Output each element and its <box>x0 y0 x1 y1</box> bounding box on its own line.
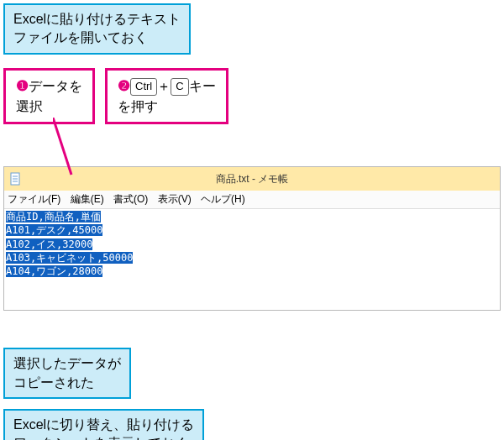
notepad-window: 商品.txt - メモ帳 ファイル(F) 編集(E) 書式(O) 表示(V) ヘ… <box>3 166 501 311</box>
plus-sign: ＋ <box>157 79 171 93</box>
step1-text1: データを <box>29 79 82 93</box>
callout-open-textfile: Excelに貼り付けるテキスト ファイルを開いておく <box>3 3 191 55</box>
selected-line: A104,ワゴン,28000 <box>6 265 102 277</box>
callout-data-copied: 選択したデータが コピーされた <box>3 348 131 399</box>
step1-callout: ❶データを 選択 <box>3 68 95 125</box>
menubar: ファイル(F) 編集(E) 書式(O) 表示(V) ヘルプ(H) <box>4 191 500 209</box>
selected-line: A101,デスク,45000 <box>6 224 102 236</box>
selected-line: 商品ID,商品名,単価 <box>6 211 101 223</box>
selected-line: A103,キャビネット,50000 <box>6 252 133 264</box>
callout-line2: ファイルを開いておく <box>13 30 148 45</box>
callout-bottom-line2: ワークシートを表示しておく <box>13 436 188 440</box>
menu-help[interactable]: ヘルプ(H) <box>201 192 245 207</box>
selected-line: A102,イス,32000 <box>6 238 92 250</box>
step1-number: ❶ <box>16 78 29 94</box>
step2-line2: を押す <box>118 99 158 113</box>
menu-format[interactable]: 書式(O) <box>113 192 148 207</box>
callout-switch-excel: Excelに切り替え、貼り付ける ワークシートを表示しておく <box>3 409 204 440</box>
svg-line-0 <box>53 118 71 175</box>
step2-callout: ❷Ctrl＋Cキー を押す <box>105 68 228 125</box>
menu-view[interactable]: 表示(V) <box>158 192 192 207</box>
step2-rest1: キー <box>189 79 216 93</box>
menu-edit[interactable]: 編集(E) <box>71 192 104 207</box>
callout-mid-line2: コピーされた <box>13 375 94 390</box>
c-key: C <box>171 78 188 95</box>
ctrl-key: Ctrl <box>130 78 157 95</box>
step2-number: ❷ <box>118 78 130 94</box>
callout-bottom-line1: Excelに切り替え、貼り付ける <box>13 417 194 432</box>
step1-text2: 選択 <box>16 99 43 113</box>
menu-file[interactable]: ファイル(F) <box>8 192 60 207</box>
pointer-line-icon <box>53 118 103 185</box>
text-editor-area[interactable]: 商品ID,商品名,単価 A101,デスク,45000 A102,イス,32000… <box>4 209 500 310</box>
callout-line1: Excelに貼り付けるテキスト <box>13 12 181 26</box>
callout-mid-line1: 選択したデータが <box>13 356 121 370</box>
step-callouts-row: ❶データを 選択 ❷Ctrl＋Cキー を押す <box>3 68 501 125</box>
